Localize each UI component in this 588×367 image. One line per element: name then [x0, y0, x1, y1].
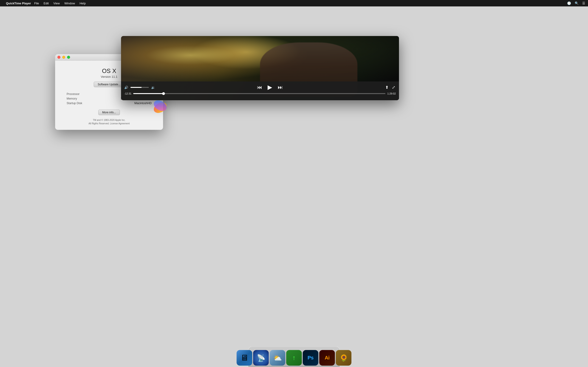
volume-slider[interactable] — [130, 87, 149, 88]
memory-label: Memory — [67, 97, 77, 100]
controls-left: 🔊 🔉 — [124, 85, 155, 89]
menu-view[interactable]: View — [51, 2, 62, 5]
app-name[interactable]: QuickTime Player — [6, 2, 31, 5]
controls-top-row: 🔊 🔉 ⏮ ▶ ⏭ ⬆ ⤢ — [124, 83, 396, 91]
time-elapsed: -12:31 — [124, 92, 131, 95]
volume-icon: 🔊 — [124, 85, 128, 89]
dock-item-weather[interactable]: ⛅ — [270, 350, 285, 366]
search-icon[interactable]: 🔍 — [575, 1, 579, 5]
rewind-button[interactable]: ⏮ — [257, 84, 262, 91]
time-total: 1:29:02 — [387, 92, 396, 95]
os-version: Version 11.1 — [101, 75, 117, 78]
menu-file[interactable]: File — [32, 2, 41, 5]
maximize-button[interactable] — [67, 56, 70, 59]
dock-item-istat-menus[interactable]: ↑ — [286, 350, 302, 366]
menu-window[interactable]: Window — [62, 2, 77, 5]
processor-label: Processor — [67, 92, 79, 96]
photoshop-icon: Ps — [308, 355, 313, 361]
clock-icon[interactable]: 🕐 — [567, 1, 571, 5]
menu-bar: QuickTime Player File Edit View Window H… — [0, 0, 588, 6]
menu-edit[interactable]: Edit — [41, 2, 51, 5]
weather-icon: ⛅ — [273, 354, 282, 362]
fastforward-button[interactable]: ⏭ — [277, 84, 283, 91]
share-button[interactable]: ⬆ — [385, 84, 389, 90]
minimize-button[interactable] — [62, 56, 65, 59]
progress-track[interactable] — [133, 93, 385, 94]
startup-disk-value: MacintoshHD — [134, 102, 152, 105]
finder-icon: 🖥 — [240, 353, 249, 363]
menu-help[interactable]: Help — [77, 2, 88, 5]
istat-icon: ↑ — [292, 354, 296, 361]
close-button[interactable] — [57, 56, 61, 59]
copyright-text: TM and © 1983-2020 Apple Inc. All Rigths… — [89, 118, 130, 125]
controls-right: ⬆ ⤢ — [385, 84, 396, 90]
software-update-button[interactable]: Software Update... — [94, 82, 124, 87]
dock: 🖥 📡 ⛅ ↑ Ps Ai 🌻 — [233, 349, 355, 367]
menu-right-icons: 🕐 🔍 ☰ — [567, 1, 585, 5]
progress-thumb — [162, 92, 165, 95]
sandy-icon: 🌻 — [339, 354, 348, 362]
more-info-button[interactable]: More info... — [98, 110, 120, 115]
startup-disk-label: Startup Disk — [67, 102, 82, 105]
dock-item-network-radar[interactable]: 📡 — [253, 350, 269, 366]
network-radar-icon: 📡 — [257, 354, 265, 362]
os-name: OS X — [102, 67, 116, 75]
play-button[interactable]: ▶ — [267, 83, 273, 91]
video-area[interactable]: 🔊 🔉 ⏮ ▶ ⏭ ⬆ ⤢ -12:31 — [121, 36, 399, 100]
volume-level-icon: 🔉 — [151, 85, 155, 89]
fullscreen-button[interactable]: ⤢ — [391, 84, 396, 90]
dock-item-sandy[interactable]: 🌻 — [336, 350, 351, 366]
quicktime-player-window: 🔊 🔉 ⏮ ▶ ⏭ ⬆ ⤢ -12:31 — [121, 36, 399, 100]
progress-container: -12:31 1:29:02 — [124, 92, 396, 95]
dock-item-finder[interactable]: 🖥 — [237, 350, 252, 366]
illustrator-icon: Ai — [325, 355, 330, 361]
progress-fill — [133, 93, 164, 94]
dock-item-illustrator[interactable]: Ai — [319, 350, 335, 366]
macos-logo-desktop — [149, 96, 170, 118]
dock-item-photoshop[interactable]: Ps — [303, 350, 318, 366]
list-icon[interactable]: ☰ — [582, 1, 585, 5]
startup-disk-row: Startup Disk MacintoshHD — [60, 101, 158, 106]
